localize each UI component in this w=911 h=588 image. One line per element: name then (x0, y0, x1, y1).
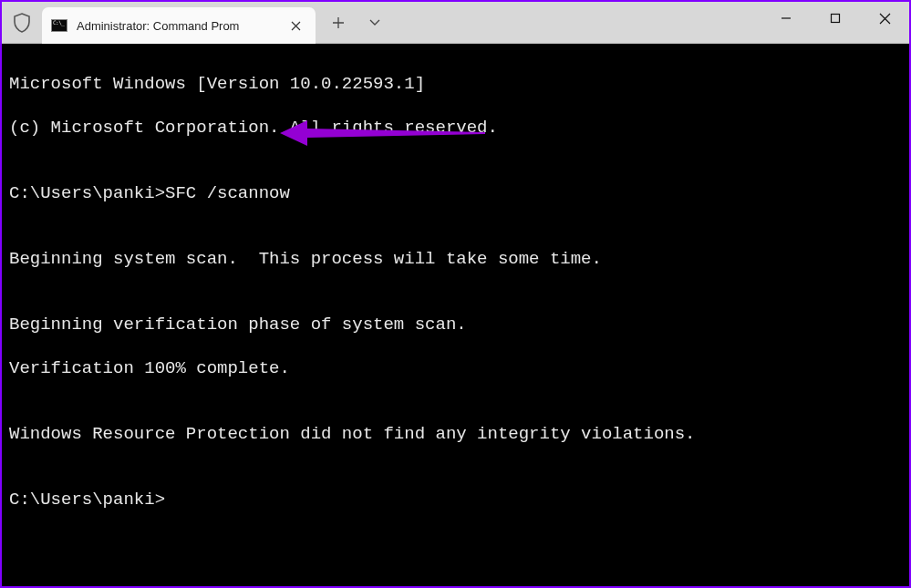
maximize-button[interactable] (811, 2, 860, 35)
minimize-icon (781, 13, 792, 24)
command-text: SFC /scannow (165, 183, 290, 203)
prompt: C:\Users\panki> (9, 183, 165, 203)
app-security-indicator (2, 2, 42, 44)
terminal-line: Beginning system scan. This process will… (9, 248, 902, 270)
close-icon (291, 21, 301, 31)
window-close-button[interactable] (860, 2, 909, 35)
plus-icon (332, 16, 345, 29)
minimize-button[interactable] (761, 2, 811, 35)
new-tab-button[interactable] (323, 7, 354, 38)
terminal-output[interactable]: Microsoft Windows [Version 10.0.22593.1]… (2, 44, 909, 586)
chevron-down-icon (368, 18, 381, 27)
tab-dropdown-button[interactable] (359, 7, 390, 38)
cmd-icon (51, 19, 67, 32)
terminal-line: Verification 100% complete. (9, 357, 902, 379)
tab-title: Administrator: Command Prom (77, 19, 239, 33)
shield-icon (13, 13, 31, 33)
active-tab[interactable]: Administrator: Command Prom (42, 7, 316, 44)
window-controls (761, 2, 909, 44)
tab-close-button[interactable] (285, 15, 306, 36)
terminal-line: C:\Users\panki> (9, 489, 902, 511)
terminal-window: Administrator: Command Prom (2, 2, 909, 586)
terminal-line: Microsoft Windows [Version 10.0.22593.1] (9, 73, 902, 95)
titlebar[interactable]: Administrator: Command Prom (2, 2, 909, 44)
terminal-line: Windows Resource Protection did not find… (9, 423, 902, 445)
close-icon (879, 13, 891, 25)
terminal-line: (c) Microsoft Corporation. All rights re… (9, 117, 902, 139)
tab-actions (316, 2, 390, 44)
terminal-line: C:\Users\panki>SFC /scannow (9, 182, 902, 204)
svg-rect-0 (832, 15, 840, 23)
terminal-line: Beginning verification phase of system s… (9, 314, 902, 335)
maximize-icon (830, 13, 841, 24)
prompt: C:\Users\panki> (9, 490, 165, 510)
